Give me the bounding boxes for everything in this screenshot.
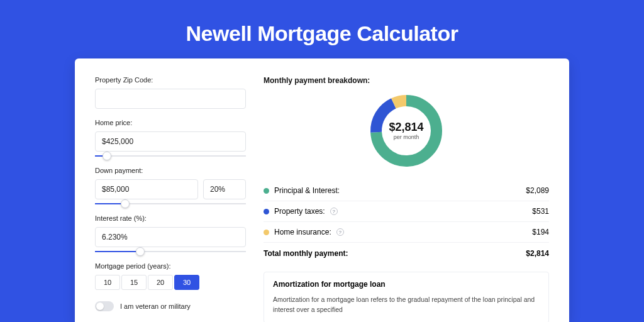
field-interest-rate: Interest rate (%): bbox=[95, 214, 246, 252]
down-payment-input[interactable] bbox=[95, 179, 198, 199]
zip-input[interactable] bbox=[95, 89, 246, 109]
results-panel: Monthly payment breakdown: $2,814per mon… bbox=[264, 76, 549, 322]
legend-row: Home insurance:?$194 bbox=[264, 222, 549, 242]
interest-rate-label: Interest rate (%): bbox=[95, 214, 246, 222]
amortization-heading: Amortization for mortgage loan bbox=[273, 280, 540, 289]
period-option-20[interactable]: 20 bbox=[148, 275, 173, 290]
amortization-box: Amortization for mortgage loan Amortizat… bbox=[264, 272, 549, 322]
calculator-card: Property Zip Code: Home price: Down paym… bbox=[75, 58, 569, 322]
period-option-10[interactable]: 10 bbox=[95, 275, 120, 290]
legend-row: Principal & Interest:$2,089 bbox=[264, 180, 549, 201]
legend: Principal & Interest:$2,089Property taxe… bbox=[264, 180, 549, 242]
down-payment-label: Down payment: bbox=[95, 167, 246, 174]
total-row: Total monthly payment: $2,814 bbox=[264, 242, 549, 268]
donut-slice bbox=[394, 101, 406, 103]
donut-center-value: $2,814 bbox=[389, 121, 423, 133]
legend-label: Principal & Interest: bbox=[274, 186, 340, 195]
down-payment-pct-input[interactable] bbox=[203, 179, 246, 199]
home-price-input[interactable] bbox=[95, 131, 246, 152]
legend-value: $194 bbox=[532, 228, 549, 236]
field-veteran: I am veteran or military bbox=[95, 301, 246, 311]
legend-row: Property taxes:?$531 bbox=[264, 201, 549, 222]
legend-dot-icon bbox=[264, 230, 269, 235]
amortization-body: Amortization for a mortgage loan refers … bbox=[273, 295, 540, 315]
mortgage-period-label: Mortgage period (years): bbox=[95, 262, 246, 270]
legend-dot-icon bbox=[264, 209, 269, 214]
home-price-slider[interactable] bbox=[95, 155, 246, 157]
zip-label: Property Zip Code: bbox=[95, 76, 246, 84]
total-label: Total monthly payment: bbox=[264, 249, 348, 258]
page-title: Newell Mortgage Calculator bbox=[0, 21, 644, 46]
info-icon[interactable]: ? bbox=[330, 208, 338, 215]
legend-label: Home insurance: bbox=[274, 228, 331, 236]
legend-value: $531 bbox=[532, 207, 549, 216]
period-option-30[interactable]: 30 bbox=[174, 275, 199, 290]
total-value: $2,814 bbox=[526, 249, 549, 258]
veteran-label: I am veteran or military bbox=[120, 303, 191, 310]
breakdown-heading: Monthly payment breakdown: bbox=[264, 76, 549, 85]
legend-value: $2,089 bbox=[526, 186, 549, 195]
info-icon[interactable]: ? bbox=[336, 228, 344, 236]
field-home-price: Home price: bbox=[95, 119, 246, 157]
legend-label: Property taxes: bbox=[274, 207, 325, 216]
veteran-toggle[interactable] bbox=[95, 301, 114, 311]
down-payment-slider[interactable] bbox=[95, 203, 246, 204]
legend-dot-icon bbox=[264, 188, 269, 194]
period-option-15[interactable]: 15 bbox=[121, 275, 147, 290]
donut-center-sub: per month bbox=[394, 134, 419, 140]
field-down-payment: Down payment: bbox=[95, 167, 246, 204]
home-price-label: Home price: bbox=[95, 119, 246, 126]
donut-chart: $2,814per month bbox=[264, 90, 549, 172]
interest-rate-slider[interactable] bbox=[95, 251, 246, 252]
period-options: 10152030 bbox=[95, 275, 246, 290]
form-panel: Property Zip Code: Home price: Down paym… bbox=[95, 76, 246, 322]
field-zip: Property Zip Code: bbox=[95, 76, 246, 109]
field-mortgage-period: Mortgage period (years): 10152030 bbox=[95, 262, 246, 290]
interest-rate-input[interactable] bbox=[95, 227, 246, 247]
